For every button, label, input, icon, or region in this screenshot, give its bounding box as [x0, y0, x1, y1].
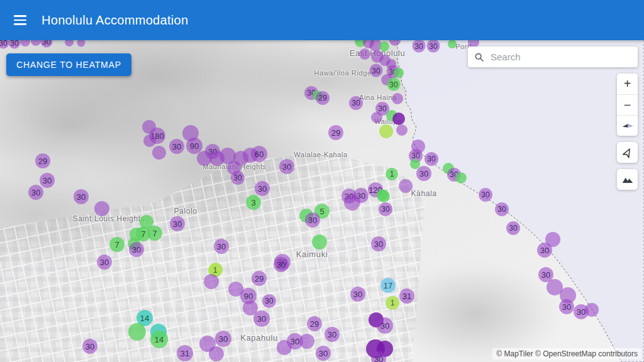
zoom-control-group: + − [617, 74, 638, 136]
map-marker[interactable]: 7 [109, 237, 125, 252]
map-marker[interactable] [152, 146, 166, 160]
map-marker[interactable]: 31 [399, 288, 414, 304]
map-marker[interactable]: 30 [495, 202, 509, 216]
map-marker[interactable]: 30 [305, 212, 320, 228]
map-marker[interactable]: 14 [150, 331, 168, 348]
map-marker[interactable] [371, 112, 382, 123]
map-marker[interactable]: 30 [82, 339, 97, 354]
map-marker[interactable]: 30 [97, 255, 112, 270]
map-marker[interactable]: 29 [252, 271, 267, 286]
map-marker[interactable]: 29 [316, 91, 330, 105]
geolocate-icon [622, 147, 633, 158]
map-marker[interactable]: 30 [506, 221, 520, 235]
map-marker[interactable]: 31 [177, 345, 193, 361]
map-marker[interactable] [585, 303, 599, 317]
map-marker[interactable]: 30 [427, 40, 440, 53]
map-marker[interactable]: 30 [253, 310, 270, 327]
hamburger-icon [14, 15, 26, 17]
map-marker[interactable]: 30 [40, 173, 55, 188]
map-marker[interactable]: 30 [537, 243, 552, 258]
terrain-icon [621, 173, 634, 186]
map-marker[interactable] [392, 112, 405, 125]
zoom-in-button[interactable]: + [617, 74, 638, 94]
change-to-heatmap-button[interactable]: CHANGE TO HEATMAP [6, 53, 131, 76]
map-marker[interactable]: 30 [215, 331, 231, 347]
page-title: Honolulu Accommodation [42, 13, 188, 28]
map-marker[interactable]: 30 [413, 40, 426, 53]
map-marker[interactable]: 30 [559, 299, 574, 314]
map-marker[interactable]: 30 [416, 166, 431, 181]
map-marker[interactable] [143, 134, 156, 147]
map-marker[interactable]: 30 [377, 317, 393, 334]
map-marker[interactable]: 30 [349, 96, 363, 110]
terrain-button[interactable] [617, 169, 638, 190]
map-marker[interactable] [359, 48, 370, 60]
map-marker[interactable]: 29 [35, 153, 50, 168]
map-marker[interactable]: 30 [371, 351, 386, 362]
map-marker[interactable]: 30 [279, 159, 294, 174]
map-marker[interactable]: 30 [325, 327, 340, 342]
map-marker[interactable] [344, 194, 360, 211]
map-marker[interactable]: 17 [380, 278, 396, 293]
search-box[interactable] [468, 47, 638, 67]
map-marker[interactable]: 29 [307, 316, 322, 331]
map-marker[interactable]: 30 [274, 257, 289, 272]
compass-button[interactable] [617, 115, 638, 136]
menu-button[interactable] [8, 8, 33, 33]
map-marker[interactable]: 30 [262, 294, 276, 308]
map-marker[interactable] [396, 124, 408, 136]
map-marker[interactable] [94, 201, 109, 216]
map-marker[interactable]: 30 [387, 78, 401, 91]
map-marker[interactable] [399, 179, 413, 193]
map-marker[interactable] [204, 274, 219, 289]
map-marker[interactable] [392, 93, 403, 104]
map-marker[interactable] [312, 234, 327, 250]
map-attribution: © MapTiler © OpenStreetMap contributors [492, 348, 641, 359]
map-marker[interactable]: 30 [169, 139, 184, 154]
map-marker[interactable] [394, 68, 404, 78]
search-icon [474, 52, 484, 62]
map-marker[interactable]: 30 [479, 188, 492, 202]
map-marker[interactable] [299, 334, 314, 349]
map-marker[interactable] [448, 40, 457, 48]
map-marker[interactable]: 30 [231, 171, 245, 185]
search-input[interactable] [489, 51, 631, 63]
app-bar: Honolulu Accommodation [0, 0, 644, 40]
map-marker[interactable]: 30 [370, 64, 383, 77]
map-marker[interactable] [128, 323, 146, 341]
map-marker[interactable] [455, 172, 467, 184]
map-marker[interactable]: 30 [129, 242, 144, 257]
map-marker[interactable]: 30 [28, 185, 43, 200]
map-marker[interactable]: 30 [74, 189, 89, 204]
app-window: East HonoluluHawai'iloa RidgeAina HainaW… [0, 0, 644, 362]
map-marker[interactable]: 30 [170, 216, 185, 231]
compass-icon [621, 119, 635, 133]
map-marker[interactable]: 30 [371, 236, 386, 251]
map-marker[interactable] [209, 346, 224, 361]
map-marker[interactable] [277, 340, 292, 355]
map-marker[interactable]: 1 [386, 168, 398, 180]
map-marker[interactable]: 30 [316, 346, 331, 361]
map-marker[interactable]: 7 [147, 226, 162, 241]
map-marker[interactable]: 30 [350, 287, 365, 302]
map-marker[interactable]: 30 [214, 239, 229, 254]
map-marker[interactable]: 1 [386, 296, 399, 310]
map-marker[interactable]: 30 [255, 181, 270, 196]
map-marker[interactable]: 30 [425, 152, 438, 166]
zoom-out-button[interactable]: − [617, 94, 638, 115]
map-marker[interactable] [377, 189, 388, 200]
geolocate-button[interactable] [617, 142, 638, 163]
map-marker[interactable]: 60 [251, 146, 267, 162]
map-marker[interactable]: 29 [328, 125, 343, 140]
map-marker[interactable] [379, 124, 393, 138]
map-marker[interactable]: 3 [246, 195, 261, 210]
map-marker[interactable]: 30 [379, 202, 392, 216]
map-marker[interactable] [379, 41, 389, 52]
